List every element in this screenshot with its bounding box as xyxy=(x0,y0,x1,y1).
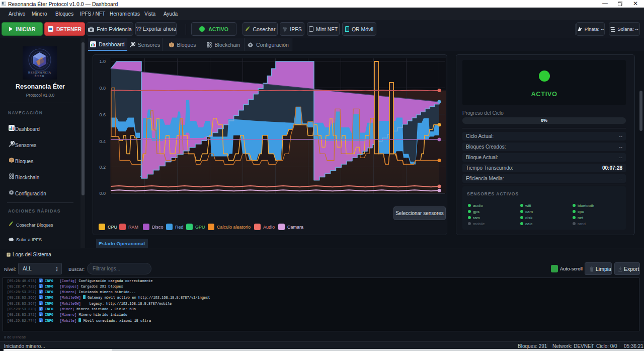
svg-text:RESONANCIA: RESONANCIA xyxy=(28,71,51,74)
svg-text:ÉTER: ÉTER xyxy=(35,74,45,78)
